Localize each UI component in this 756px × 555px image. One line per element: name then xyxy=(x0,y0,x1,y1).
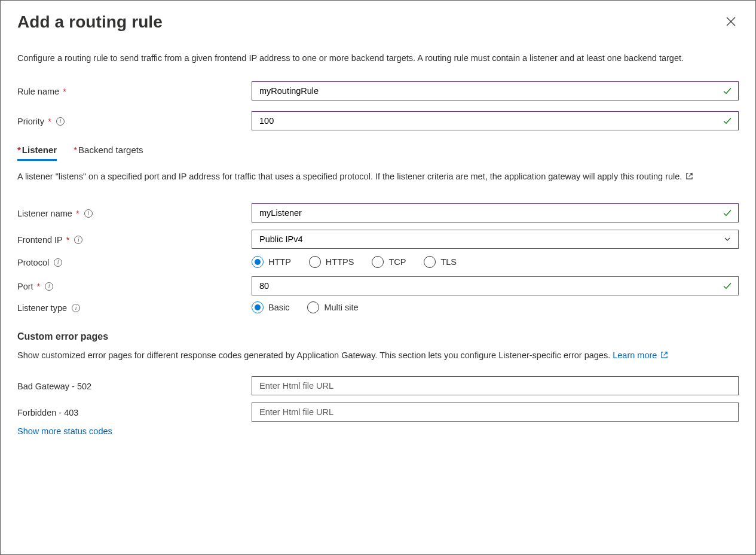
forbidden-label: Forbidden - 403 xyxy=(17,407,252,417)
valid-check-icon xyxy=(722,280,733,291)
rule-name-label: Rule name * xyxy=(17,86,252,96)
required-asterisk: * xyxy=(63,87,66,96)
rule-name-row: Rule name * xyxy=(17,81,739,100)
info-icon[interactable]: i xyxy=(45,282,53,291)
error-pages-desc: Show customized error pages for differen… xyxy=(17,349,739,362)
valid-check-icon xyxy=(722,208,733,218)
valid-check-icon xyxy=(722,86,733,96)
frontend-ip-field xyxy=(252,230,739,249)
frontend-ip-label: Frontend IP * i xyxy=(17,234,252,245)
radio-icon xyxy=(424,256,436,268)
radio-selected-icon xyxy=(252,256,264,268)
forbidden-field xyxy=(252,402,739,422)
panel-header: Add a routing rule xyxy=(17,13,739,32)
listener-name-field xyxy=(252,203,739,222)
error-pages-title: Custom error pages xyxy=(17,331,739,342)
required-asterisk: * xyxy=(76,209,79,218)
close-button[interactable] xyxy=(723,14,739,29)
info-icon[interactable]: i xyxy=(54,258,62,267)
protocol-options: HTTP HTTPS TCP TLS xyxy=(252,256,739,268)
radio-icon xyxy=(309,256,321,268)
required-asterisk: * xyxy=(37,282,41,291)
frontend-ip-row: Frontend IP * i xyxy=(17,230,739,249)
protocol-tcp-radio[interactable]: TCP xyxy=(372,256,406,268)
external-link-icon[interactable] xyxy=(685,172,693,180)
bad-gateway-field xyxy=(252,376,739,395)
tab-listener[interactable]: *Listener xyxy=(17,144,57,161)
routing-rule-panel: Add a routing rule Configure a routing r… xyxy=(0,0,756,555)
frontend-ip-select[interactable] xyxy=(252,230,739,249)
listener-type-basic-radio[interactable]: Basic xyxy=(252,301,289,313)
bad-gateway-label: Bad Gateway - 502 xyxy=(17,380,252,391)
protocol-https-radio[interactable]: HTTPS xyxy=(309,256,354,268)
tabs: *Listener *Backend targets xyxy=(17,144,739,161)
listener-type-options: Basic Multi site xyxy=(252,301,739,313)
listener-type-label: Listener type i xyxy=(17,302,252,313)
priority-input[interactable] xyxy=(252,111,739,130)
learn-more-link[interactable]: Learn more xyxy=(613,350,668,360)
protocol-tls-radio[interactable]: TLS xyxy=(424,256,457,268)
radio-icon xyxy=(372,256,384,268)
protocol-row: Protocol i HTTP HTTPS TCP TLS xyxy=(17,256,739,268)
required-asterisk: * xyxy=(17,145,21,155)
radio-selected-icon xyxy=(252,301,264,313)
protocol-label: Protocol i xyxy=(17,257,252,267)
required-asterisk: * xyxy=(74,145,77,155)
listener-name-row: Listener name * i xyxy=(17,203,739,222)
bad-gateway-input[interactable] xyxy=(252,376,739,395)
valid-check-icon xyxy=(722,115,733,126)
listener-name-label: Listener name * i xyxy=(17,208,252,218)
required-asterisk: * xyxy=(48,117,51,126)
show-more-status-codes-link[interactable]: Show more status codes xyxy=(17,426,112,436)
port-input[interactable] xyxy=(252,276,739,295)
protocol-http-radio[interactable]: HTTP xyxy=(252,256,291,268)
listener-description: A listener "listens" on a specified port… xyxy=(17,170,739,183)
forbidden-input[interactable] xyxy=(252,402,739,422)
listener-type-row: Listener type i Basic Multi site xyxy=(17,301,739,313)
close-icon xyxy=(726,16,736,27)
listener-type-multisite-radio[interactable]: Multi site xyxy=(307,301,358,313)
info-icon[interactable]: i xyxy=(84,209,93,218)
rule-name-input[interactable] xyxy=(252,81,739,100)
listener-name-input[interactable] xyxy=(252,203,739,222)
priority-row: Priority * i xyxy=(17,111,739,130)
external-link-icon xyxy=(660,351,668,359)
forbidden-row: Forbidden - 403 xyxy=(17,402,739,422)
priority-label: Priority * i xyxy=(17,115,252,126)
bad-gateway-row: Bad Gateway - 502 xyxy=(17,376,739,395)
panel-title: Add a routing rule xyxy=(17,13,163,32)
port-label: Port * i xyxy=(17,280,252,291)
info-icon[interactable]: i xyxy=(72,304,80,312)
info-icon[interactable]: i xyxy=(74,236,82,244)
tab-backend-targets[interactable]: *Backend targets xyxy=(74,144,143,161)
radio-icon xyxy=(307,301,319,313)
required-asterisk: * xyxy=(66,235,70,245)
info-icon[interactable]: i xyxy=(56,117,65,126)
intro-text: Configure a routing rule to send traffic… xyxy=(17,52,739,65)
port-field xyxy=(252,276,739,295)
rule-name-field xyxy=(252,81,739,100)
port-row: Port * i xyxy=(17,276,739,295)
priority-field xyxy=(252,111,739,130)
